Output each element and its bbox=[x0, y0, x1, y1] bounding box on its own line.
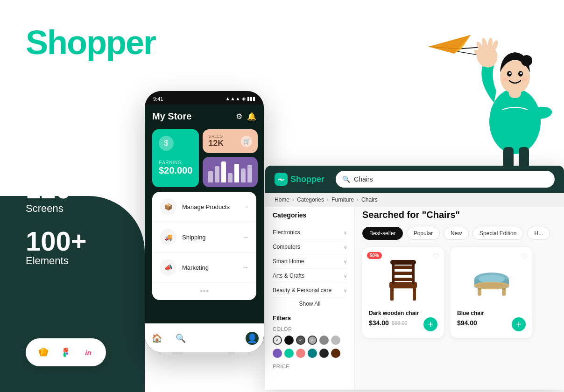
product-name-2: Blue chair bbox=[457, 310, 526, 316]
chart-bar bbox=[208, 171, 213, 182]
chart-bar bbox=[215, 166, 219, 182]
chart-card bbox=[203, 157, 258, 187]
phone-right-cards: SALES 12K 🛒 bbox=[203, 129, 258, 187]
tab-new[interactable]: New bbox=[444, 227, 469, 240]
sidebar-arts-crafts[interactable]: Arts & Crafts ∨ bbox=[273, 269, 347, 283]
tools-row: in bbox=[26, 338, 106, 366]
browser-logo-text: Shopper bbox=[290, 175, 324, 184]
chair-1-image bbox=[386, 256, 421, 303]
home-nav[interactable]: 🏠 bbox=[150, 332, 163, 345]
color-dot-brown[interactable] bbox=[331, 349, 340, 358]
color-dot-darkest[interactable] bbox=[319, 349, 329, 358]
add-button-1[interactable]: + bbox=[423, 317, 437, 331]
list-item-marketing[interactable]: 📣 Marketing → bbox=[152, 252, 256, 283]
phone-store-title: My Store bbox=[152, 111, 191, 122]
settings-icon[interactable]: ⚙ bbox=[236, 112, 242, 121]
product-grid: 50% ♡ bbox=[362, 247, 557, 338]
chart-bar bbox=[234, 164, 239, 182]
svg-point-13 bbox=[66, 352, 68, 355]
screens-number: 120+ bbox=[26, 175, 87, 203]
add-button-2[interactable]: + bbox=[512, 317, 526, 331]
chevron-icon: ∨ bbox=[344, 273, 347, 279]
browser-main: Searched for "Chairs" Best-seller Popula… bbox=[355, 193, 564, 390]
tab-special-edition[interactable]: Special Edition bbox=[472, 227, 523, 240]
cart-icon: 🛒 bbox=[241, 136, 252, 147]
browser-sidebar: Categories Electronics ∨ Computers ∨ Sma… bbox=[265, 193, 355, 390]
show-all-link[interactable]: Show All bbox=[273, 301, 347, 307]
list-item-shipping[interactable]: 🚚 Shipping → bbox=[152, 222, 256, 252]
svg-point-43 bbox=[489, 89, 541, 154]
breadcrumb-home[interactable]: Home bbox=[275, 196, 289, 203]
sidebar-smart-home[interactable]: Smart Home ∨ bbox=[273, 254, 347, 269]
browser-search-bar[interactable]: 🔍 Chairs bbox=[336, 171, 555, 188]
sidebar-beauty[interactable]: Beauty & Personal care ∨ bbox=[273, 283, 347, 298]
svg-point-55 bbox=[509, 72, 511, 74]
profile-nav[interactable]: 👤 bbox=[246, 332, 259, 345]
logo-area: Shopper bbox=[26, 26, 155, 59]
earning-value: $20.000 bbox=[159, 165, 192, 176]
electronics-label: Electronics bbox=[273, 229, 300, 236]
color-dots-row2 bbox=[273, 349, 347, 358]
products-label: Manage Products bbox=[182, 203, 230, 210]
cart-nav[interactable]: 🛍 bbox=[198, 332, 211, 345]
phone-header: My Store ⚙ 🔔 bbox=[152, 111, 256, 122]
svg-rect-22 bbox=[392, 272, 415, 275]
color-label: COLOR bbox=[273, 326, 347, 332]
product-name-1: Dark wooden chair bbox=[369, 310, 437, 316]
breadcrumb-current: Chairs bbox=[361, 196, 378, 203]
arrow-icon: → bbox=[242, 233, 249, 241]
chevron-icon: ∨ bbox=[344, 288, 347, 293]
chair-2-image bbox=[471, 262, 513, 297]
chevron-icon: ∨ bbox=[344, 259, 347, 264]
color-dot-darkteal[interactable] bbox=[308, 349, 317, 358]
color-dot-black[interactable] bbox=[284, 336, 294, 345]
breadcrumb-categories[interactable]: Categories bbox=[297, 196, 324, 203]
products-icon: 📦 bbox=[160, 198, 176, 215]
color-dot-gray[interactable]: ✓ bbox=[308, 336, 317, 345]
svg-point-57 bbox=[502, 77, 509, 81]
shipping-icon: 🚚 bbox=[160, 229, 176, 245]
svg-rect-23 bbox=[392, 278, 415, 281]
color-dot-teal[interactable] bbox=[284, 349, 294, 358]
tab-more[interactable]: H... bbox=[527, 227, 550, 240]
search-nav[interactable]: 🔍 bbox=[174, 332, 187, 345]
shipping-label: Shipping bbox=[182, 234, 206, 241]
color-dot-medgray[interactable] bbox=[319, 336, 329, 345]
tab-best-seller[interactable]: Best-seller bbox=[362, 227, 403, 240]
product-heart-2[interactable]: ♡ bbox=[521, 252, 528, 261]
phone-mockup: 9:41 ▲▲▲ ◈ ▮▮▮ My Store ⚙ 🔔 $ EARNING $2… bbox=[145, 91, 264, 352]
chart-bar bbox=[228, 173, 233, 182]
search-icon: 🔍 bbox=[342, 175, 350, 183]
color-dot-darkgray[interactable]: ✓ bbox=[296, 336, 305, 345]
notification-icon[interactable]: 🔔 bbox=[247, 112, 256, 121]
filter-tabs: Best-seller Popular New Special Edition … bbox=[362, 227, 557, 240]
list-item-products[interactable]: 📦 Manage Products → bbox=[152, 192, 256, 222]
product-heart-1[interactable]: ♡ bbox=[433, 252, 439, 261]
logo-black: Shop bbox=[26, 24, 106, 61]
sidebar-electronics[interactable]: Electronics ∨ bbox=[273, 225, 347, 240]
chevron-icon: ∨ bbox=[344, 230, 347, 235]
color-dot-salmon[interactable] bbox=[296, 349, 305, 358]
svg-point-36 bbox=[476, 283, 508, 288]
browser-logo: Shopper bbox=[275, 173, 324, 186]
svg-rect-14 bbox=[63, 350, 66, 352]
color-dot-white[interactable]: ✓ bbox=[273, 336, 282, 345]
svg-rect-21 bbox=[392, 266, 415, 269]
svg-rect-18 bbox=[390, 287, 394, 301]
paper-plane bbox=[429, 28, 471, 54]
phone-signal: ▲▲▲ ◈ ▮▮▮ bbox=[225, 96, 255, 102]
color-dot-lightgray[interactable] bbox=[331, 336, 340, 345]
svg-point-58 bbox=[521, 77, 528, 81]
sidebar-computers[interactable]: Computers ∨ bbox=[273, 240, 347, 254]
phone-time: 9:41 bbox=[153, 96, 163, 102]
breadcrumb-furniture[interactable]: Furniture bbox=[331, 196, 354, 203]
tab-popular[interactable]: Popular bbox=[407, 227, 440, 240]
color-dot-purple[interactable] bbox=[273, 349, 282, 358]
phone-cards: $ EARNING $20.000 SALES 12K 🛒 bbox=[152, 129, 256, 187]
sketch-icon bbox=[35, 344, 52, 361]
price-current-2: $94.00 bbox=[457, 319, 477, 327]
menu-nav[interactable]: ☰ bbox=[222, 332, 235, 345]
chevron-icon: ∨ bbox=[344, 245, 347, 250]
breadcrumb: Home › Categories › Furniture › Chairs bbox=[265, 193, 564, 207]
results-title: Searched for "Chairs" bbox=[362, 210, 557, 220]
